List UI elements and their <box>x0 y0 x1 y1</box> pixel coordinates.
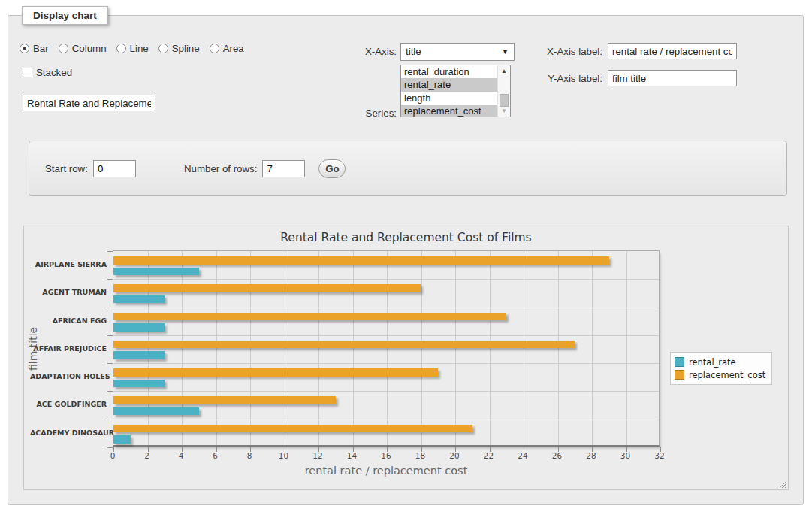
bar-rental_rate <box>113 407 199 416</box>
x-axis-tick-label: 30 <box>620 451 630 460</box>
fieldset-legend: Display chart <box>22 6 108 25</box>
y-axis-tick-mark <box>107 308 113 308</box>
x-axis-tick-label: 26 <box>552 451 562 460</box>
category-label: AFFAIR PREJUDICE <box>30 335 107 362</box>
gridline-horizontal <box>113 335 659 336</box>
number-of-rows-label: Number of rows: <box>184 163 258 174</box>
start-row-input[interactable] <box>93 160 136 177</box>
bar-replacement_cost <box>113 396 336 404</box>
x-axis-tick-label: 8 <box>247 451 252 460</box>
gridline-horizontal <box>113 308 659 308</box>
series-listbox-label: Series: <box>339 105 397 123</box>
bar-replacement_cost <box>113 313 506 321</box>
bar-replacement_cost <box>113 368 438 377</box>
bar-replacement_cost <box>113 425 472 433</box>
x-axis-tick-label: 12 <box>312 451 322 460</box>
category-label: ACADEMY DINOSAUR <box>30 419 107 447</box>
chart-legend: rental_ratereplacement_cost <box>670 352 772 385</box>
category-label: AGENT TRUMAN <box>30 278 107 306</box>
x-axis-tick-label: 20 <box>449 451 459 460</box>
y-axis-tick-mark <box>107 335 113 336</box>
legend-label: rental_rate <box>689 357 736 368</box>
x-axis-select-label: X-Axis: <box>339 43 397 61</box>
gridline-vertical <box>592 251 593 445</box>
legend-swatch-rental_rate <box>675 357 684 367</box>
rows-panel: Start row: Number of rows: Go <box>29 141 787 196</box>
x-axis-tick-label: 4 <box>179 451 184 460</box>
chart-type-label: Area <box>223 43 244 54</box>
category-label: AIRPLANE SIERRA <box>30 250 107 278</box>
chart-type-label: Column <box>72 43 107 54</box>
bar-replacement_cost <box>113 341 575 349</box>
x-axis-label-input[interactable] <box>608 43 737 59</box>
plot-area <box>113 250 660 447</box>
y-axis-label-label: Y-Axis label: <box>534 70 602 88</box>
radio-bar-icon[interactable] <box>20 44 29 53</box>
start-row-label: Start row: <box>45 163 88 174</box>
x-axis-tick-label: 6 <box>213 451 218 460</box>
series-listbox[interactable]: rental_duration rental_rate length repla… <box>400 65 511 117</box>
bar-rental_rate <box>113 380 165 388</box>
scroll-down-icon[interactable]: ▼ <box>498 105 510 117</box>
x-axis-title: rental rate / replacement cost <box>113 465 660 477</box>
bar-rental_rate <box>113 295 165 304</box>
gridline-horizontal <box>113 279 659 280</box>
x-axis-select[interactable]: title ▼ <box>400 43 515 61</box>
bar-replacement_cost <box>113 284 421 292</box>
radio-spline-icon[interactable] <box>158 44 168 53</box>
chart-type-option-column[interactable]: Column <box>59 43 107 54</box>
y-axis-tick-mark <box>107 447 113 448</box>
display-chart-fieldset: Display chart Bar Column Line Spline Are… <box>8 15 804 505</box>
bar-replacement_cost <box>113 256 609 265</box>
scroll-up-icon[interactable]: ▲ <box>498 65 510 77</box>
stacked-checkbox-option[interactable]: Stacked <box>23 67 72 78</box>
checkbox-icon[interactable] <box>23 68 32 77</box>
stacked-label: Stacked <box>36 67 72 78</box>
number-of-rows-input[interactable] <box>262 160 305 177</box>
chart-type-option-spline[interactable]: Spline <box>158 43 200 54</box>
listbox-scrollbar[interactable]: ▲ ▼ <box>497 65 510 117</box>
series-option-length[interactable]: length <box>401 92 497 105</box>
radio-line-icon[interactable] <box>116 44 126 53</box>
gridline-vertical <box>626 251 627 445</box>
series-option-replacement-cost[interactable]: replacement_cost <box>401 105 497 117</box>
y-axis-tick-mark <box>107 420 113 420</box>
chart-type-label: Spline <box>172 43 200 54</box>
chart-type-option-line[interactable]: Line <box>116 43 149 54</box>
y-axis-label-input[interactable] <box>608 70 737 86</box>
gridline-horizontal <box>113 420 659 420</box>
x-axis-tick-label: 0 <box>110 451 116 460</box>
resize-handle-icon[interactable] <box>778 480 786 488</box>
series-option-rental-rate[interactable]: rental_rate <box>401 78 497 91</box>
page: Display chart Bar Column Line Spline Are… <box>0 0 812 512</box>
legend-swatch-replacement_cost <box>675 370 684 380</box>
go-button[interactable]: Go <box>318 159 346 178</box>
legend-entry: replacement_cost <box>675 368 765 381</box>
y-axis-tick-mark <box>107 391 113 392</box>
bar-rental_rate <box>113 351 165 359</box>
gridline-horizontal <box>113 363 659 364</box>
y-axis-tick-mark <box>107 363 113 364</box>
x-axis-tick-label: 16 <box>381 451 391 460</box>
chart-title-input[interactable] <box>23 95 155 111</box>
y-axis-tick-mark <box>107 251 113 252</box>
radio-column-icon[interactable] <box>59 44 68 53</box>
bar-rental_rate <box>113 268 199 276</box>
chart-container: Rental Rate and Replacement Cost of Film… <box>23 226 789 490</box>
series-option-rental-duration[interactable]: rental_duration <box>401 65 497 78</box>
x-axis-selected-value: title <box>406 46 421 57</box>
category-label: ACE GOLDFINGER <box>30 390 107 418</box>
y-axis-tick-mark <box>107 279 113 280</box>
x-axis-tick-label: 2 <box>144 451 149 460</box>
chart-type-option-bar[interactable]: Bar <box>20 43 49 54</box>
gridline-horizontal <box>113 391 659 392</box>
x-axis-tick-label: 22 <box>484 451 494 460</box>
x-axis-tick-label: 18 <box>415 451 425 460</box>
radio-area-icon[interactable] <box>210 44 219 53</box>
bar-rental_rate <box>113 435 131 444</box>
chart-type-label: Line <box>130 43 149 54</box>
x-axis-tick-label: 24 <box>518 451 527 460</box>
legend-label: replacement_cost <box>689 370 765 380</box>
chart-type-option-area[interactable]: Area <box>210 43 244 54</box>
x-axis-tick-label: 28 <box>586 451 596 460</box>
